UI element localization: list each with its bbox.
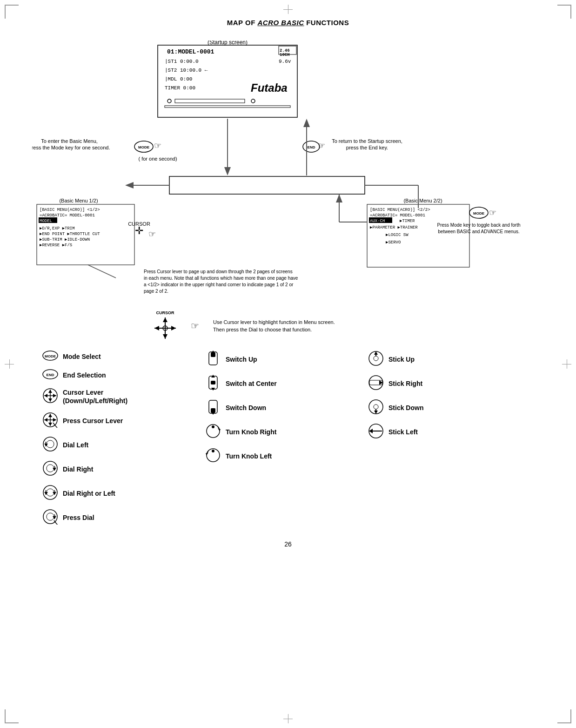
svg-text:[BASIC MENU(ACRO)]  <1/2>: [BASIC MENU(ACRO)] <1/2> bbox=[40, 208, 100, 212]
svg-text:10CH: 10CH bbox=[280, 53, 290, 57]
turn-knob-right-label: Turn Knob Right bbox=[226, 428, 276, 436]
svg-text:(Startup screen): (Startup screen) bbox=[208, 40, 248, 46]
svg-point-135 bbox=[374, 404, 378, 409]
svg-marker-100 bbox=[44, 444, 48, 446]
svg-text:☞: ☞ bbox=[154, 141, 161, 150]
svg-marker-137 bbox=[374, 411, 378, 414]
turn-knob-left-label: Turn Knob Left bbox=[226, 452, 272, 460]
svg-text:Press Mode key to toggle back : Press Mode key to toggle back and forth bbox=[437, 222, 521, 228]
svg-point-122 bbox=[212, 425, 214, 428]
svg-text:|MDL   0:00: |MDL 0:00 bbox=[165, 76, 192, 82]
svg-text:MODEL: MODEL bbox=[40, 219, 52, 223]
svg-text:▶TIMER: ▶TIMER bbox=[400, 219, 415, 223]
legend-dial-left: Dial Left bbox=[42, 436, 191, 454]
svg-text:☞: ☞ bbox=[148, 229, 156, 239]
stick-down-label: Stick Down bbox=[388, 404, 423, 412]
svg-text:=ACROBATIC=  MODEL-0001: =ACROBATIC= MODEL-0001 bbox=[40, 213, 95, 218]
legend-switch-down: Switch Down bbox=[205, 399, 354, 417]
svg-text:☞: ☞ bbox=[318, 141, 325, 150]
svg-marker-89 bbox=[44, 394, 47, 398]
switch-down-icon bbox=[205, 399, 221, 415]
legend-end-selection: END End Selection bbox=[42, 369, 191, 381]
svg-rect-32 bbox=[169, 176, 365, 194]
svg-text:Press Cursor lever to page up : Press Cursor lever to page up and down t… bbox=[144, 269, 293, 274]
legend-dial-right: Dial Right bbox=[42, 460, 191, 478]
svg-text:▶SERVO: ▶SERVO bbox=[386, 240, 401, 245]
turn-knob-left-icon bbox=[205, 447, 221, 463]
svg-text:[BASIC MENU(ACRO)]  <2/2>: [BASIC MENU(ACRO)] <2/2> bbox=[370, 208, 430, 212]
svg-text:☞: ☞ bbox=[489, 208, 496, 217]
mode-select-icon: MODE bbox=[42, 351, 58, 361]
legend-stick-left: Stick Left bbox=[368, 423, 498, 441]
switch-center-label: Switch at Center bbox=[226, 379, 277, 388]
svg-marker-76 bbox=[163, 334, 167, 339]
crosshair-left bbox=[5, 359, 14, 369]
svg-text:between BASIC and ADVANCE menu: between BASIC and ADVANCE menus. bbox=[438, 229, 519, 234]
svg-point-105 bbox=[47, 489, 54, 496]
cursor-label: CURSOR bbox=[154, 310, 177, 315]
svg-marker-34 bbox=[125, 182, 134, 189]
svg-text:▶PARAMETER  ▶TRAINER: ▶PARAMETER ▶TRAINER bbox=[370, 225, 418, 230]
svg-text:|ST2  10:00.0 ←: |ST2 10:00.0 ← bbox=[165, 67, 208, 73]
press-dial-label: Press Dial bbox=[63, 513, 94, 522]
svg-text:MODE: MODE bbox=[45, 354, 56, 358]
stick-down-icon bbox=[368, 399, 384, 415]
press-dial-icon bbox=[42, 509, 58, 525]
svg-text:▶LOGIC SW: ▶LOGIC SW bbox=[386, 233, 409, 237]
svg-text:To enter the Basic Menu,: To enter the Basic Menu, bbox=[41, 138, 98, 144]
svg-text:press the End key.: press the End key. bbox=[346, 145, 388, 150]
legend-mode-select: MODE Mode Select bbox=[42, 351, 191, 363]
svg-text:(Basic Menu 1/2): (Basic Menu 1/2) bbox=[59, 198, 98, 203]
page-title: MAP OF ACRO BASIC FUNCTIONS bbox=[28, 19, 548, 27]
stick-up-icon bbox=[368, 351, 384, 366]
legend-turn-knob-right: Turn Knob Right bbox=[205, 423, 354, 441]
svg-text:END: END bbox=[308, 145, 315, 149]
svg-text:▶SUB-TRIM  ▶IDLE-DOWN: ▶SUB-TRIM ▶IDLE-DOWN bbox=[40, 237, 90, 242]
svg-point-102 bbox=[47, 465, 54, 472]
legend-press-cursor: Press Cursor Lever bbox=[42, 412, 191, 430]
switch-center-icon bbox=[205, 375, 221, 391]
dial-left-label: Dial Left bbox=[63, 441, 88, 449]
stick-right-label: Stick Right bbox=[388, 379, 422, 388]
svg-marker-88 bbox=[48, 398, 52, 402]
svg-marker-97 bbox=[53, 418, 56, 422]
svg-text:▶END POINT ▶THROTTLE CUT: ▶END POINT ▶THROTTLE CUT bbox=[40, 232, 100, 236]
dial-left-icon bbox=[42, 436, 58, 452]
cursor-annotation: Use Cursor lever to highlight function i… bbox=[213, 318, 335, 334]
svg-text:( for one second): ( for one second) bbox=[138, 156, 177, 162]
legend-dial-right-left: Dial Right or Left bbox=[42, 485, 191, 502]
svg-marker-106 bbox=[44, 492, 48, 495]
dial-right-left-icon bbox=[42, 485, 58, 500]
svg-text:TIMER  0:00: TIMER 0:00 bbox=[165, 85, 195, 91]
cursor-lever-label: Cursor Lever(Down/Up/Left/Right) bbox=[63, 388, 127, 405]
svg-marker-110 bbox=[53, 516, 56, 519]
svg-text:▶REVERSE   ▶F/S: ▶REVERSE ▶F/S bbox=[40, 243, 72, 248]
svg-text:in each menu. Note that all fu: in each menu. Note that all functions wh… bbox=[144, 276, 298, 281]
svg-text:|ST1   0:00.0: |ST1 0:00.0 bbox=[165, 59, 199, 64]
svg-marker-96 bbox=[44, 418, 47, 422]
svg-marker-139 bbox=[369, 429, 373, 433]
corner-mark-tl bbox=[5, 5, 19, 19]
svg-marker-130 bbox=[374, 351, 378, 355]
end-selection-icon: END bbox=[42, 369, 58, 379]
svg-text:9.6v: 9.6v bbox=[279, 59, 291, 64]
legend-stick-down: Stick Down bbox=[368, 399, 498, 417]
flow-diagram: 01:MODEL-0001 2.46 10CH |ST1 0:00.0 9.6v… bbox=[32, 40, 544, 310]
cursor-cross-icon bbox=[154, 317, 177, 340]
svg-point-109 bbox=[47, 513, 54, 520]
stick-left-label: Stick Left bbox=[388, 428, 418, 436]
svg-text:a <1/2> indicator in the upper: a <1/2> indicator in the upper right han… bbox=[144, 282, 294, 287]
crosshair-bottom bbox=[283, 714, 293, 723]
dial-right-left-label: Dial Right or Left bbox=[63, 489, 115, 498]
press-cursor-label: Press Cursor Lever bbox=[63, 417, 123, 425]
svg-text:page 2 of 2.: page 2 of 2. bbox=[144, 289, 168, 294]
svg-marker-72 bbox=[336, 194, 342, 202]
svg-text:press the Mode key for one sec: press the Mode key for one second. bbox=[32, 145, 110, 150]
svg-marker-87 bbox=[48, 390, 52, 393]
stick-right-icon bbox=[368, 375, 384, 391]
legend-switch-up: Switch Up bbox=[205, 351, 354, 368]
svg-marker-103 bbox=[53, 468, 56, 471]
svg-text:MODE: MODE bbox=[138, 145, 150, 149]
switch-up-icon bbox=[205, 351, 221, 366]
stick-left-icon bbox=[368, 423, 384, 439]
